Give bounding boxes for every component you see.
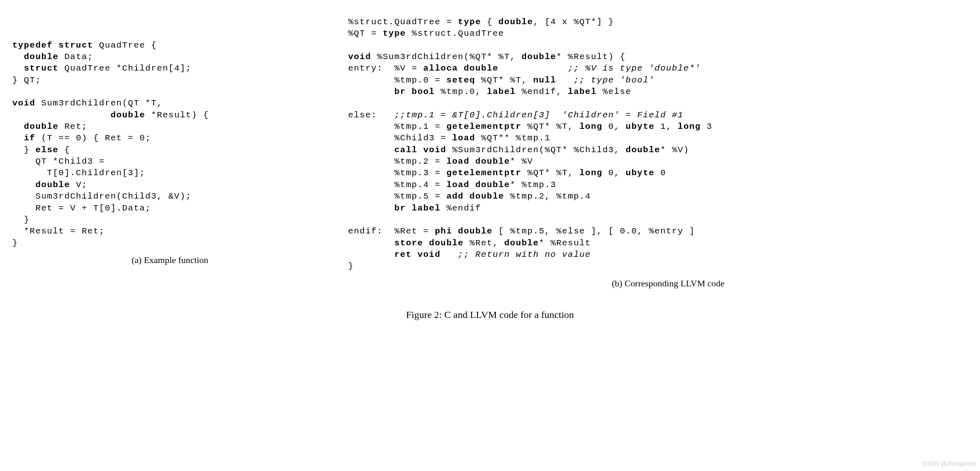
figure-container: typedef struct QuadTree { double Data; s… xyxy=(12,16,968,322)
llvm-code-block: %struct.QuadTree = type { double, [4 x %… xyxy=(348,16,980,272)
subcaption-b: (b) Corresponding LLVM code xyxy=(348,277,980,290)
panel-left: typedef struct QuadTree { double Data; s… xyxy=(12,16,336,289)
c-code-block: typedef struct QuadTree { double Data; s… xyxy=(12,40,328,249)
figure-caption: Figure 2: C and LLVM code for a function xyxy=(406,308,574,321)
subcaption-a: (a) Example function xyxy=(12,254,328,266)
panel-right: %struct.QuadTree = type { double, [4 x %… xyxy=(336,16,980,289)
figure-panels: typedef struct QuadTree { double Data; s… xyxy=(12,16,968,289)
